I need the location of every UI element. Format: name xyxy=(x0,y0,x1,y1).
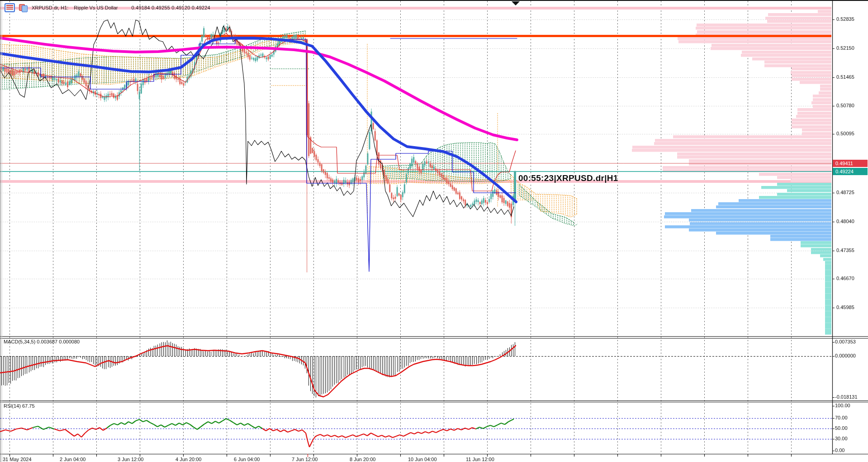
price-tick-label: 0.46670 xyxy=(836,276,854,281)
price-tick-label: 0.50780 xyxy=(836,103,854,108)
symbol-description: Ripple Vs US Dollar xyxy=(74,5,118,10)
macd-scale-label: 0.000000 xyxy=(835,353,856,358)
time-tick-label: 10 Jun 04:00 xyxy=(408,457,437,462)
price-tick-label: 0.48040 xyxy=(836,219,854,224)
rsi-scale-label: 30.00 xyxy=(835,436,848,441)
macd-indicator-label: MACD(5,34,5) 0.003687 0.000080 xyxy=(4,339,80,344)
current-price-badge: 0.49411 xyxy=(833,160,868,167)
current-bar-arrow-icon xyxy=(512,1,520,5)
price-tick-label: 0.45985 xyxy=(836,305,854,310)
time-tick-label: 3 Jun 12:00 xyxy=(118,457,144,462)
symbol-period-label: XRPUSD.dr, H1: xyxy=(32,5,68,10)
price-scale[interactable] xyxy=(832,1,868,454)
rsi-scale-label: 100.00 xyxy=(835,403,850,408)
market-watch-icon[interactable] xyxy=(5,3,15,12)
chart-window: XRPUSD.dr, H1:Ripple Vs US Dollar0.49184… xyxy=(0,0,868,462)
time-tick-label: 7 Jun 12:00 xyxy=(292,457,318,462)
rsi-scale-label: 70.00 xyxy=(835,415,848,420)
price-tick-label: 0.51465 xyxy=(836,74,854,80)
main-chart-region[interactable] xyxy=(0,1,831,337)
ohlc-readout: 0.49184 0.49255 0.49120 0.49224 xyxy=(132,5,210,10)
rsi-panel-region[interactable] xyxy=(0,402,831,454)
price-tick-label: 0.52150 xyxy=(836,45,854,51)
rsi-scale-label: 50.00 xyxy=(835,425,848,431)
macd-panel-separator[interactable] xyxy=(0,336,868,338)
rsi-scale-label: 0.00 xyxy=(835,448,844,453)
chart-windows-icon[interactable] xyxy=(19,4,28,11)
time-tick-label: 31 May 2024 xyxy=(3,457,32,462)
macd-scale-label: -0.018131 xyxy=(835,394,858,400)
current-price-badge: 0.49224 xyxy=(833,168,868,175)
rsi-indicator-label: RSI(14) 67.75 xyxy=(4,403,35,409)
time-tick-label: 4 Jun 20:00 xyxy=(175,457,202,462)
chart-title: XRPUSD.dr, H1:Ripple Vs US Dollar0.49184… xyxy=(32,5,210,10)
macd-panel-region[interactable] xyxy=(0,338,831,401)
time-tick-label: 2 Jun 04:00 xyxy=(60,457,86,462)
macd-scale-label: 0.007353 xyxy=(835,339,856,344)
price-tick-label: 0.47355 xyxy=(836,248,854,253)
candle-countdown-overlay: 00:55:23|XRPUSD.dr|H1 xyxy=(518,173,618,183)
time-tick-label: 8 Jun 20:00 xyxy=(350,457,376,462)
price-tick-label: 0.52835 xyxy=(836,16,854,22)
rsi-panel-separator[interactable] xyxy=(0,400,868,403)
chart-title-bar: XRPUSD.dr, H1:Ripple Vs US Dollar0.49184… xyxy=(5,3,210,12)
time-tick-label: 11 Jun 12:00 xyxy=(466,457,494,462)
price-tick-label: 0.48725 xyxy=(836,190,854,195)
price-tick-label: 0.50095 xyxy=(836,131,854,136)
time-tick-label: 6 Jun 04:00 xyxy=(234,457,260,462)
